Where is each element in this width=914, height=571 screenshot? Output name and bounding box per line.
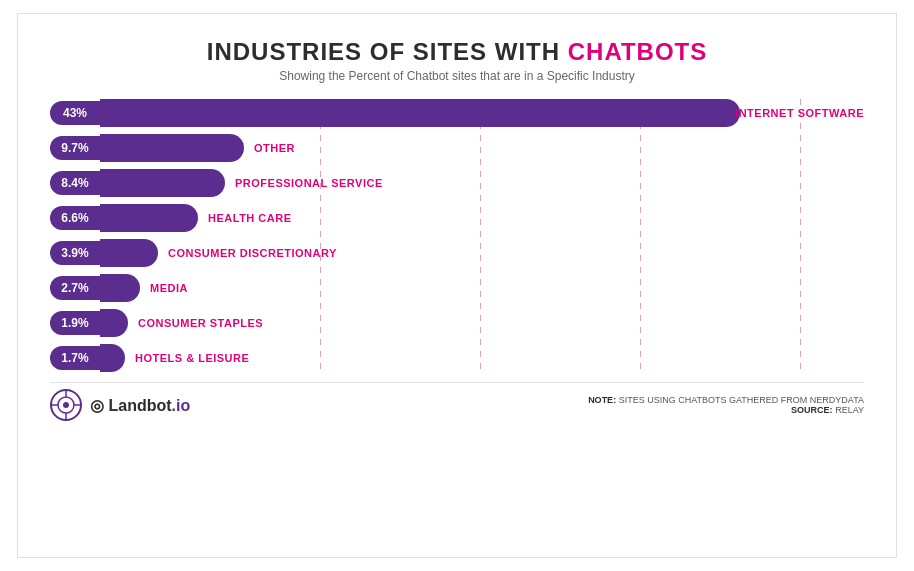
subtitle: Showing the Percent of Chatbot sites tha… bbox=[50, 69, 864, 83]
bar-percent: 8.4% bbox=[50, 171, 100, 195]
bar-row: 1.9%CONSUMER STAPLES bbox=[50, 309, 864, 337]
bar-percent: 43% bbox=[50, 101, 100, 125]
bar-fill bbox=[100, 134, 244, 162]
bar-label: CONSUMER DISCRETIONARY bbox=[168, 247, 337, 259]
bar-fill bbox=[100, 99, 740, 127]
bar-fill bbox=[100, 309, 128, 337]
bar-label: HEALTH CARE bbox=[208, 212, 292, 224]
bar-row: 3.9%CONSUMER DISCRETIONARY bbox=[50, 239, 864, 267]
bar-label: INTERNET SOFTWARE bbox=[735, 107, 864, 119]
infographic-card: INDUSTRIES OF SITES WITH CHATBOTS Showin… bbox=[17, 13, 897, 558]
bars-container: 43%INTERNET SOFTWARE9.7%OTHER8.4%PROFESS… bbox=[50, 99, 864, 372]
bar-row: 43%INTERNET SOFTWARE bbox=[50, 99, 864, 127]
bar-row: 9.7%OTHER bbox=[50, 134, 864, 162]
bar-percent: 9.7% bbox=[50, 136, 100, 160]
bar-percent: 6.6% bbox=[50, 206, 100, 230]
bar-row: 2.7%MEDIA bbox=[50, 274, 864, 302]
source-label: SOURCE: bbox=[791, 405, 833, 415]
title-highlight: CHATBOTS bbox=[568, 38, 708, 65]
note-line: NOTE: SITES USING CHATBOTS GATHERED FROM… bbox=[588, 395, 864, 405]
title-prefix: INDUSTRIES OF SITES WITH bbox=[207, 38, 568, 65]
bar-fill bbox=[100, 169, 225, 197]
bar-percent: 1.7% bbox=[50, 346, 100, 370]
bar-fill bbox=[100, 239, 158, 267]
title-area: INDUSTRIES OF SITES WITH CHATBOTS Showin… bbox=[50, 38, 864, 83]
bar-label: CONSUMER STAPLES bbox=[138, 317, 263, 329]
bar-label: OTHER bbox=[254, 142, 295, 154]
bar-percent: 2.7% bbox=[50, 276, 100, 300]
bar-label: PROFESSIONAL SERVICE bbox=[235, 177, 383, 189]
footer-notes: NOTE: SITES USING CHATBOTS GATHERED FROM… bbox=[588, 395, 864, 415]
bar-label: MEDIA bbox=[150, 282, 188, 294]
bar-label: HOTELS & LEISURE bbox=[135, 352, 249, 364]
bar-fill bbox=[100, 344, 125, 372]
bar-percent: 3.9% bbox=[50, 241, 100, 265]
brand: ◎ Landbot.io bbox=[50, 389, 190, 421]
brand-icon bbox=[50, 389, 82, 421]
bar-row: 6.6%HEALTH CARE bbox=[50, 204, 864, 232]
source-text: RELAY bbox=[835, 405, 864, 415]
chart-area: 43%INTERNET SOFTWARE9.7%OTHER8.4%PROFESS… bbox=[50, 99, 864, 372]
brand-name: ◎ Landbot.io bbox=[90, 396, 190, 415]
note-label: NOTE: bbox=[588, 395, 616, 405]
bar-fill bbox=[100, 204, 198, 232]
main-title: INDUSTRIES OF SITES WITH CHATBOTS bbox=[50, 38, 864, 66]
note-text: SITES USING CHATBOTS GATHERED FROM NERDY… bbox=[619, 395, 864, 405]
bar-percent: 1.9% bbox=[50, 311, 100, 335]
bar-fill bbox=[100, 274, 140, 302]
bar-row: 8.4%PROFESSIONAL SERVICE bbox=[50, 169, 864, 197]
footer: ◎ Landbot.io NOTE: SITES USING CHATBOTS … bbox=[50, 382, 864, 421]
bar-row: 1.7%HOTELS & LEISURE bbox=[50, 344, 864, 372]
source-line: SOURCE: RELAY bbox=[588, 405, 864, 415]
svg-point-2 bbox=[63, 402, 69, 408]
